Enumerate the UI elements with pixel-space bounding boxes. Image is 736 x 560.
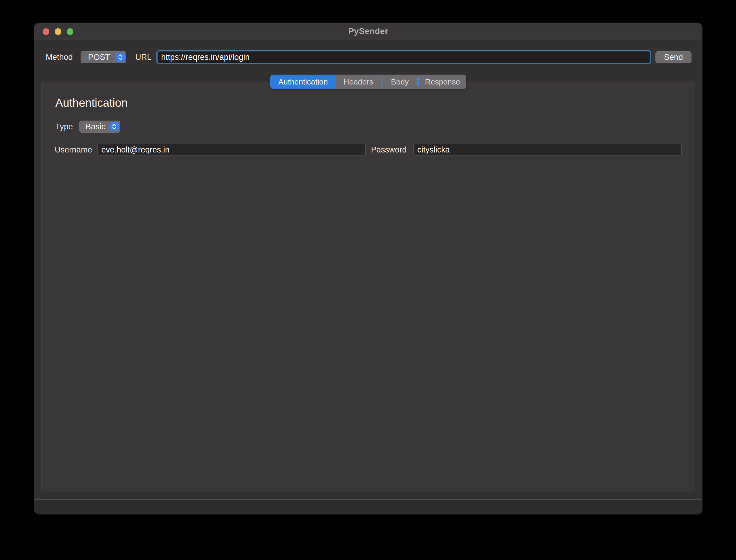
password-input[interactable] <box>413 144 682 155</box>
url-label: URL <box>135 53 152 62</box>
username-input[interactable] <box>97 144 366 155</box>
chevron-up-down-icon <box>110 122 119 131</box>
status-bar <box>34 499 702 514</box>
send-button[interactable]: Send <box>655 51 691 63</box>
tab-bar: Authentication Headers Body Response <box>270 75 466 89</box>
authentication-panel: Authentication Type Basic Username Passw… <box>41 82 695 491</box>
titlebar: PySender <box>34 23 702 40</box>
type-label: Type <box>55 121 73 133</box>
window-title: PySender <box>348 26 388 36</box>
method-select[interactable]: POST <box>81 51 126 63</box>
zoom-icon[interactable] <box>67 28 73 35</box>
username-label: Username <box>55 144 92 155</box>
panel-heading: Authentication <box>55 97 128 109</box>
method-label: Method <box>46 53 73 62</box>
minimize-icon[interactable] <box>55 28 61 35</box>
app-window: PySender Method POST URL Send Authentica… <box>34 23 702 514</box>
tab-response[interactable]: Response <box>419 75 466 89</box>
url-field-focus-ring <box>156 50 651 64</box>
request-toolbar: Method POST URL Send <box>46 49 691 65</box>
method-selected-value: POST <box>81 53 116 62</box>
tab-body[interactable]: Body <box>382 75 417 89</box>
close-icon[interactable] <box>43 28 49 35</box>
auth-type-select[interactable]: Basic <box>79 121 120 133</box>
chevron-up-down-icon <box>116 53 125 62</box>
tab-authentication[interactable]: Authentication <box>270 75 336 89</box>
tab-headers[interactable]: Headers <box>336 75 381 89</box>
auth-type-selected-value: Basic <box>79 122 110 131</box>
traffic-lights <box>43 23 73 40</box>
url-input[interactable] <box>158 52 650 63</box>
password-label: Password <box>371 144 407 155</box>
